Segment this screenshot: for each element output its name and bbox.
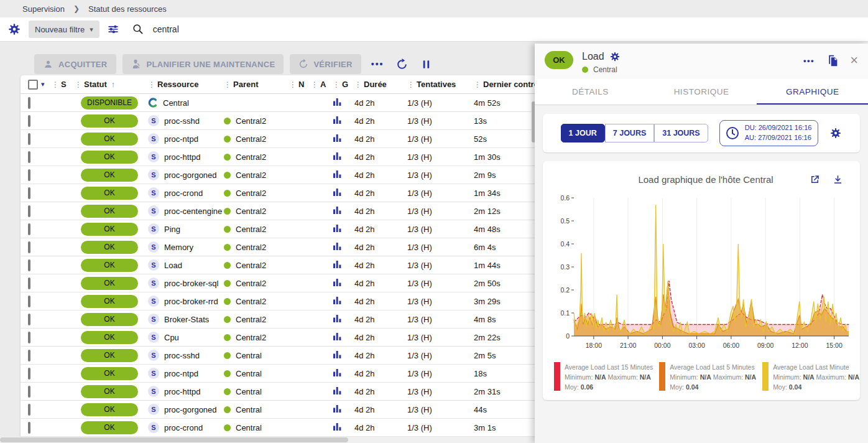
header-last-check[interactable]: Dernier contrô bbox=[483, 80, 536, 89]
table-row[interactable]: OKSproc-ntpdCentral24d 2h1/3 (H)52s bbox=[21, 130, 536, 148]
row-checkbox[interactable] bbox=[28, 259, 30, 271]
sort-asc-icon[interactable]: ↑ bbox=[111, 80, 116, 89]
close-icon[interactable]: × bbox=[850, 54, 858, 67]
table-row[interactable]: OKSproc-sshdCentral24d 2h1/3 (H)13s bbox=[21, 112, 536, 130]
resource-settings-gear-icon[interactable] bbox=[609, 51, 621, 62]
table-row[interactable]: OKSMemoryCentral24d 2h1/3 (H)6m 4s bbox=[21, 238, 536, 256]
graph-icon[interactable] bbox=[333, 404, 342, 413]
row-checkbox[interactable] bbox=[28, 223, 30, 235]
table-row[interactable]: OKSPingCentral24d 2h1/3 (H)4m 48s bbox=[21, 220, 536, 238]
table-row[interactable]: DISPONIBLECentral4d 2h1/3 (H)4m 52s bbox=[21, 94, 536, 112]
table-row[interactable]: OKSproc-ntpdCentral4d 2h1/3 (H)18s bbox=[21, 365, 536, 383]
tab-historique[interactable]: HISTORIQUE bbox=[646, 79, 757, 105]
table-row[interactable]: OKSLoadCentral24d 2h1/3 (H)1m 44s bbox=[21, 256, 536, 274]
table-row[interactable]: OKSproc-crondCentral4d 2h1/3 (H)3m 1s bbox=[21, 419, 536, 437]
graph-icon[interactable] bbox=[333, 97, 342, 106]
resource-name[interactable]: Central bbox=[163, 98, 189, 108]
row-checkbox[interactable] bbox=[28, 205, 30, 217]
row-checkbox[interactable] bbox=[28, 187, 30, 199]
plan-maintenance-button[interactable]: PLANIFIER UNE MAINTENANCE bbox=[122, 54, 284, 74]
graph-icon[interactable] bbox=[333, 187, 342, 197]
graph-icon[interactable] bbox=[333, 368, 342, 377]
row-checkbox[interactable] bbox=[28, 296, 30, 307]
refresh-button[interactable] bbox=[396, 58, 408, 70]
table-row[interactable]: OKSproc-sshdCentral4d 2h1/3 (H)2m 5s bbox=[21, 347, 536, 365]
resource-name[interactable]: Memory bbox=[164, 243, 193, 252]
resource-name[interactable]: Ping bbox=[164, 225, 180, 234]
table-row[interactable]: OKSproc-httpdCentral24d 2h1/3 (H)1m 30s bbox=[21, 148, 536, 166]
tab-graphique[interactable]: GRAPHIQUE bbox=[757, 79, 868, 105]
header-a[interactable]: A bbox=[320, 80, 326, 89]
row-checkbox[interactable] bbox=[28, 332, 30, 343]
filter-settings-gear-icon[interactable] bbox=[7, 22, 21, 36]
row-checkbox[interactable] bbox=[28, 115, 30, 127]
table-row[interactable]: OKSCpuCentral24d 2h1/3 (H)2m 22s bbox=[21, 329, 536, 347]
row-checkbox[interactable] bbox=[28, 97, 30, 109]
row-checkbox[interactable] bbox=[28, 422, 30, 434]
resource-name[interactable]: proc-gorgoned bbox=[164, 170, 217, 180]
row-checkbox[interactable] bbox=[28, 368, 30, 380]
row-checkbox[interactable] bbox=[28, 386, 30, 398]
header-n[interactable]: N bbox=[298, 80, 304, 89]
table-row[interactable]: OKSproc-broker-sqlCentral24d 2h1/3 (H)2m… bbox=[21, 274, 536, 292]
breadcrumb-supervision[interactable]: Supervision bbox=[22, 4, 65, 14]
load-chart[interactable]: 00.10.20.30.40.50.618:0021:0000:0003:000… bbox=[548, 189, 859, 358]
resource-name[interactable]: Cpu bbox=[164, 333, 179, 342]
graph-icon[interactable] bbox=[333, 386, 342, 395]
acknowledge-button[interactable]: ACQUITTER bbox=[34, 54, 116, 74]
panel-more-button[interactable]: ••• bbox=[803, 56, 815, 65]
table-row[interactable]: OKSproc-gorgonedCentral4d 2h1/3 (H)44s bbox=[21, 401, 536, 419]
table-row[interactable]: OKSproc-crondCentral24d 2h1/3 (H)1m 34s bbox=[21, 184, 536, 202]
row-checkbox[interactable] bbox=[28, 404, 30, 416]
graph-icon[interactable] bbox=[333, 151, 342, 161]
graph-icon[interactable] bbox=[333, 241, 342, 251]
graph-icon[interactable] bbox=[333, 277, 342, 287]
resource-name[interactable]: Load bbox=[164, 261, 182, 270]
resource-name[interactable]: proc-httpd bbox=[164, 152, 201, 162]
resource-name[interactable]: proc-gorgoned bbox=[164, 405, 217, 414]
header-duration[interactable]: Durée bbox=[364, 80, 387, 89]
resource-name[interactable]: proc-crond bbox=[164, 423, 203, 432]
range-button-1-jour[interactable]: 1 JOUR bbox=[561, 124, 605, 142]
table-row[interactable]: OKSproc-gorgonedCentral24d 2h1/3 (H)2m 9… bbox=[21, 166, 536, 184]
resource-name[interactable]: proc-crond bbox=[164, 189, 203, 198]
graph-icon[interactable] bbox=[333, 259, 342, 269]
row-checkbox[interactable] bbox=[28, 241, 30, 253]
graph-icon[interactable] bbox=[333, 133, 342, 142]
table-row[interactable]: OKSproc-httpdCentral4d 2h1/3 (H)2m 31s bbox=[21, 383, 536, 401]
more-actions-button[interactable]: ••• bbox=[371, 59, 384, 69]
resource-name[interactable]: proc-centengine bbox=[164, 207, 222, 216]
new-filter-dropdown[interactable]: Nouveau filtre ▾ bbox=[29, 21, 99, 38]
tab-details[interactable]: DÉTAILS bbox=[535, 79, 646, 105]
table-row[interactable]: OKSproc-broker-rrdCentral24d 2h1/3 (H)3m… bbox=[21, 292, 536, 310]
graph-icon[interactable] bbox=[333, 314, 342, 323]
legend-item[interactable]: Average Load Last 15 MinutesMinimum: N/A… bbox=[554, 362, 653, 393]
horizontal-scrollbar[interactable] bbox=[0, 437, 535, 443]
graph-icon[interactable] bbox=[333, 223, 342, 233]
graph-icon[interactable] bbox=[333, 169, 342, 179]
header-parent[interactable]: Parent bbox=[233, 80, 258, 89]
open-in-new-icon[interactable] bbox=[809, 174, 821, 185]
graph-icon[interactable] bbox=[333, 205, 342, 215]
table-row[interactable]: OKSproc-centengineCentral24d 2h1/3 (H)2m… bbox=[21, 202, 536, 220]
pause-button[interactable] bbox=[420, 58, 432, 70]
resource-name[interactable]: Broker-Stats bbox=[164, 315, 209, 324]
graph-icon[interactable] bbox=[333, 422, 342, 431]
row-checkbox[interactable] bbox=[28, 133, 30, 145]
graph-icon[interactable] bbox=[333, 350, 342, 359]
header-tries[interactable]: Tentatives bbox=[417, 80, 456, 89]
check-button[interactable]: VÉRIFIER bbox=[290, 54, 361, 74]
resource-name[interactable]: proc-sshd bbox=[164, 116, 200, 126]
graph-icon[interactable] bbox=[333, 332, 342, 341]
resource-name[interactable]: proc-ntpd bbox=[164, 369, 198, 378]
legend-item[interactable]: Average Load Last MinuteMinimum: N/A Max… bbox=[762, 362, 859, 393]
header-resource[interactable]: Ressource bbox=[157, 80, 198, 89]
row-checkbox[interactable] bbox=[28, 169, 30, 181]
table-row[interactable]: OKSBroker-StatsCentral24d 2h1/3 (H)4m 8s bbox=[21, 310, 536, 329]
row-checkbox[interactable] bbox=[28, 151, 30, 163]
graph-icon[interactable] bbox=[333, 296, 342, 305]
resource-name[interactable]: proc-broker-sql bbox=[164, 279, 218, 288]
range-button-7-jours[interactable]: 7 JOURS bbox=[605, 124, 655, 142]
tune-icon[interactable] bbox=[107, 23, 119, 35]
legend-item[interactable]: Average Load Last 5 MinutesMinimum: N/A … bbox=[659, 362, 756, 393]
